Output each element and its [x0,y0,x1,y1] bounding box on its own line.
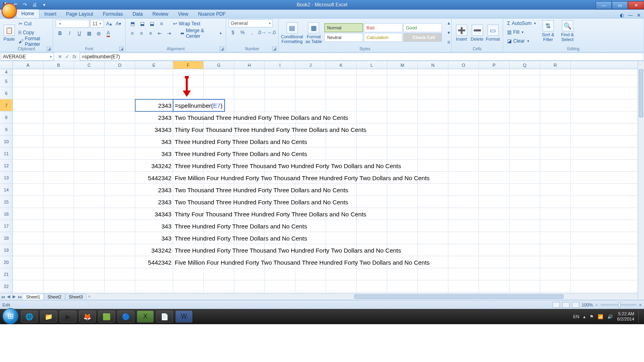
zoom-out-icon[interactable]: − [595,302,598,307]
conditional-formatting-button[interactable]: ▤Conditional Formatting [281,21,303,44]
tab-last-icon[interactable]: ⏭ [17,294,23,299]
tab-next-icon[interactable]: ▶ [11,294,17,299]
tab-review[interactable]: Review [148,10,173,18]
merge-center-button[interactable]: ⬌Merge & Center▾ [179,29,223,37]
col-header-F[interactable]: F [173,61,204,69]
align-bottom-icon[interactable]: ⬓ [147,19,156,28]
paste-button[interactable]: 📋 Paste [2,24,16,41]
comma-icon[interactable]: , [248,28,256,37]
row-header-22[interactable]: 22 [0,280,12,292]
col-header-H[interactable]: H [234,61,265,69]
minimize-button[interactable]: — [596,1,612,9]
col-header-N[interactable]: N [418,61,448,69]
maximize-button[interactable]: ▭ [612,1,628,9]
cell-E8[interactable]: 2343 [135,111,173,123]
wrap-text-button[interactable]: ↩Wrap Text [171,20,202,28]
tray-volume-icon[interactable]: 🔊 [607,314,613,319]
percent-icon[interactable]: % [238,28,247,37]
row-header-16[interactable]: 16 [0,208,12,220]
cell-E11[interactable]: 343 [135,148,173,160]
style-neutral[interactable]: Neutral [324,33,363,42]
col-header-R[interactable]: R [540,61,571,69]
start-button[interactable]: ⊞ [2,308,19,324]
increase-font-icon[interactable]: A▴ [105,19,114,28]
tab-data[interactable]: Data [128,10,147,18]
align-middle-icon[interactable]: ⬓ [138,19,147,28]
col-header-I[interactable]: I [265,61,295,69]
tray-flag-icon[interactable]: ⚑ [590,314,594,319]
cell-F20[interactable]: Five Million Four Hundred Forty Two Thou… [173,256,431,268]
col-header-G[interactable]: G [204,61,234,69]
cell-F17[interactable]: Three Hundred Forty Three Dollars and No… [173,220,309,232]
normal-view-icon[interactable] [553,302,560,308]
cell-E7[interactable]: 2343 [135,99,173,111]
align-top-icon[interactable]: ⬒ [128,19,137,28]
sheet-tab-3[interactable]: Sheet3 [65,294,87,300]
cell-F12[interactable]: Three Hundred Forty Three Thousand Two H… [173,160,403,172]
help-icon[interactable]: ◐ [620,12,624,18]
number-format-combo[interactable]: General▾ [229,19,273,27]
cell-E10[interactable]: 343 [135,136,173,148]
format-cells-button[interactable]: ▭Format [485,24,500,41]
cell-F10[interactable]: Three Hundred Forty Three Dollars and No… [173,136,309,148]
cell-E14[interactable]: 2343 [135,184,173,196]
col-header-E[interactable]: E [135,61,173,69]
align-center-icon[interactable]: ≡ [137,29,146,38]
clipboard-dialog-icon[interactable]: ◢ [47,47,51,51]
cell-E20[interactable]: 5442342 [135,256,173,268]
taskbar-explorer-icon[interactable]: 📁 [40,311,57,323]
row-header-19[interactable]: 19 [0,244,12,256]
col-header-D[interactable]: D [105,61,135,69]
style-check-cell[interactable]: Check Cell [403,33,442,42]
row-header-18[interactable]: 18 [0,232,12,244]
format-painter-button[interactable]: 🖌Format Painter [17,37,50,45]
col-header-C[interactable]: C [74,61,105,69]
cut-button[interactable]: ✂Cut [17,20,50,28]
bold-icon[interactable]: B [56,29,64,38]
col-header-K[interactable]: K [326,61,357,69]
name-box[interactable]: AVERAGE▾ [1,53,54,61]
autosum-button[interactable]: ΣAutoSum▾ [506,19,538,27]
clear-button[interactable]: ◪Clear▾ [506,37,538,45]
format-as-table-button[interactable]: ▦Format as Table [305,21,322,44]
col-header-Q[interactable]: Q [510,61,540,69]
new-sheet-icon[interactable]: ✧ [87,294,92,299]
fill-color-icon[interactable]: ◍ [94,29,103,38]
tray-network-icon[interactable]: 📶 [598,314,603,319]
tray-clock[interactable]: 5:22 AM 6/2/2014 [617,311,634,322]
style-calculation[interactable]: Calculation [364,33,402,42]
cell-F8[interactable]: Two Thousand Three Hundred Forty Three D… [173,111,350,123]
col-header-O[interactable]: O [448,61,479,69]
font-family-combo[interactable]: ▾ [56,20,89,28]
cell-E17[interactable]: 343 [135,220,173,232]
row-header-9[interactable]: 9 [0,123,12,136]
cancel-formula-icon[interactable]: ✕ [57,54,63,60]
tab-nuance-pdf[interactable]: Nuance PDF [193,10,231,18]
row-header-20[interactable]: 20 [0,256,12,268]
taskbar-media-icon[interactable]: ▶ [60,311,76,323]
col-header-J[interactable]: J [295,61,326,69]
sheet-tab-1[interactable]: Sheet1 [23,294,44,300]
tray-up-icon[interactable]: ▴ [583,314,586,319]
row-header-6[interactable]: 6 [0,87,12,99]
redo-icon[interactable]: ↷ [21,1,29,8]
row-header-4[interactable]: 4 [0,69,12,75]
row-header-13[interactable]: 13 [0,172,12,184]
cell-E18[interactable]: 343 [135,232,173,244]
h-scroll-thumb[interactable] [354,294,564,299]
office-button[interactable] [2,3,17,19]
enter-formula-icon[interactable]: ✓ [64,54,70,60]
cells-area[interactable]: 2343=spellnumber(E7)2343Two Thousand Thr… [13,69,638,293]
tab-home[interactable]: Home [16,9,39,18]
tab-first-icon[interactable]: ⏮ [0,294,6,299]
cell-E16[interactable]: 34343 [135,208,173,220]
font-dialog-icon[interactable]: ◢ [119,47,124,51]
tab-page-layout[interactable]: Page Layout [61,10,98,18]
col-header-B[interactable]: B [43,61,74,69]
alignment-dialog-icon[interactable]: ◢ [220,47,224,51]
border-icon[interactable]: ▦ [85,29,93,38]
tab-formulas[interactable]: Formulas [98,10,128,18]
taskbar-chrome-icon[interactable]: 🔵 [118,311,134,323]
select-all-corner[interactable] [0,61,13,69]
v-scroll-thumb[interactable] [639,69,643,117]
